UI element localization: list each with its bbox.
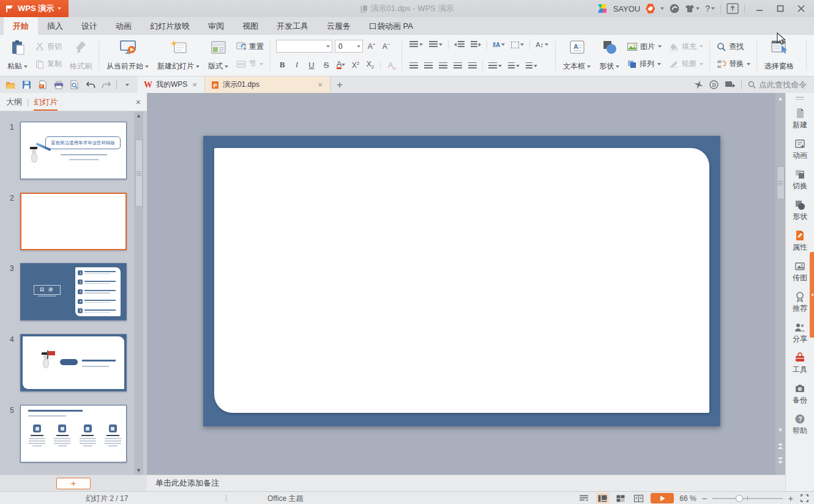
redo-button[interactable] — [100, 79, 112, 91]
doc-tab-home[interactable]: W 我的WPS × — [138, 76, 205, 93]
columns-button[interactable] — [509, 40, 526, 50]
d-circle-icon[interactable]: D — [709, 80, 719, 89]
bullet-list-button[interactable] — [408, 40, 425, 50]
ribbon-tab-design[interactable]: 设计 — [72, 17, 106, 35]
thumbnails-scrollbar[interactable]: ▲ ▼ — [134, 111, 143, 475]
slides-tab[interactable]: 幻灯片 — [34, 97, 58, 111]
doc-tab-file[interactable]: P 演示01.dps × — [205, 76, 330, 93]
minimize-button[interactable] — [750, 2, 769, 15]
paragraph-space-before-button[interactable] — [506, 61, 521, 71]
sidebar-item-animation[interactable]: 动画 — [786, 138, 814, 161]
export-pdf-button[interactable]: P — [37, 79, 48, 91]
open-button[interactable] — [5, 79, 17, 91]
previous-slide-icon[interactable] — [775, 442, 785, 450]
numbered-list-button[interactable] — [427, 40, 444, 50]
app-menu-button[interactable]: WPS 演示 — [0, 0, 69, 17]
scroll-up-icon[interactable]: ▲ — [775, 94, 785, 103]
maximize-button[interactable] — [771, 2, 790, 15]
font-color-button[interactable]: A — [335, 59, 347, 71]
sidebar-handle-icon[interactable] — [796, 97, 804, 100]
sidebar-item-transition[interactable]: 切换 — [786, 169, 814, 191]
paste-button[interactable]: 粘贴 — [3, 35, 32, 76]
increase-indent-button[interactable] — [469, 40, 483, 50]
replace-button[interactable]: abac 替换 — [713, 57, 754, 70]
slide-content-area[interactable] — [214, 148, 709, 413]
ribbon-tab-review[interactable]: 审阅 — [199, 17, 233, 35]
slide-thumbnail-4[interactable]: 4 — [0, 334, 147, 391]
zoom-slider[interactable] — [712, 493, 783, 503]
ribbon-tab-view[interactable]: 视图 — [233, 17, 267, 35]
textbox-button[interactable]: A 文本框 — [559, 35, 595, 76]
sphere-icon[interactable] — [670, 4, 679, 13]
selection-pane-button[interactable]: 选择窗格 — [760, 35, 798, 76]
fill-button[interactable]: 填充 — [665, 40, 707, 53]
align-left-button[interactable] — [408, 61, 420, 71]
find-button[interactable]: 查找 — [713, 40, 754, 53]
sidebar-item-backup[interactable]: 备份 — [786, 383, 814, 406]
add-slide-button[interactable]: + — [56, 478, 91, 489]
undo-button[interactable] — [84, 79, 96, 91]
normal-view-button[interactable] — [596, 493, 609, 503]
close-button[interactable] — [792, 2, 810, 15]
shrink-font-button[interactable]: A− — [380, 40, 392, 53]
slide-thumbnail-1[interactable]: 1 蓝色简洁通用学术毕业答辩模板 — [0, 122, 147, 179]
paragraph-space-after-button[interactable] — [524, 61, 539, 71]
fit-slide-button[interactable] — [799, 493, 810, 503]
assistant-star-icon[interactable] — [694, 80, 703, 89]
align-right-button[interactable] — [437, 61, 449, 71]
qat-customize-button[interactable] — [121, 79, 133, 91]
upload-icon[interactable] — [726, 3, 739, 14]
shapes-button[interactable]: 形状 — [595, 35, 624, 76]
play-slideshow-button[interactable] — [651, 493, 674, 503]
import-arrow-icon[interactable] — [725, 81, 735, 89]
help-menu-button[interactable]: ? — [705, 4, 715, 13]
current-slide[interactable] — [203, 136, 720, 426]
sidebar-item-shapes[interactable]: 形状 — [786, 199, 814, 222]
user-name[interactable]: SAYOU — [613, 4, 641, 13]
slide-3-preview[interactable]: 目 录 1 2 3 4 5 — [20, 263, 127, 321]
slide-sorter-button[interactable] — [614, 493, 627, 503]
slide-thumbnail-5[interactable]: 5 — [0, 405, 147, 462]
reset-button[interactable]: 重置 — [233, 40, 267, 53]
scrollbar-thumb[interactable] — [777, 166, 785, 199]
sidebar-item-properties[interactable]: 属性 — [786, 230, 814, 253]
print-button[interactable] — [53, 79, 64, 91]
ribbon-tab-animation[interactable]: 动画 — [106, 17, 141, 35]
grow-font-button[interactable]: A+ — [365, 40, 378, 53]
slide-thumbnail-3[interactable]: 3 目 录 1 2 3 4 5 — [0, 263, 147, 321]
character-spacing-button[interactable]: A↕ — [534, 40, 550, 50]
scroll-up-icon[interactable]: ▲ — [134, 111, 143, 120]
slide-5-preview[interactable] — [20, 405, 127, 462]
find-command-box[interactable]: 点此查找命令 — [748, 80, 807, 91]
distribute-button[interactable] — [466, 61, 479, 71]
ribbon-tab-insert[interactable]: 插入 — [38, 17, 72, 35]
ribbon-tab-cloud[interactable]: 云服务 — [318, 17, 360, 35]
bold-button[interactable]: B — [276, 59, 288, 71]
sidebar-item-help[interactable]: ? 帮助 — [786, 413, 814, 436]
zoom-slider-handle[interactable] — [736, 495, 743, 502]
member-level-badge-icon[interactable] — [646, 4, 655, 13]
canvas-scrollbar[interactable]: ▲ ▼ — [775, 93, 785, 491]
underline-button[interactable]: U — [305, 59, 318, 71]
cut-button[interactable]: 剪切 — [32, 40, 65, 53]
font-name-combo[interactable] — [276, 40, 332, 53]
next-slide-icon[interactable] — [775, 456, 785, 465]
text-direction-button[interactable]: ‖A — [491, 40, 507, 50]
copy-button[interactable]: 复制 — [32, 57, 65, 70]
sidebar-item-new[interactable]: 新建 — [786, 108, 814, 130]
scrollbar-thumb[interactable] — [135, 139, 143, 207]
slide-2-preview-selected[interactable] — [20, 193, 127, 250]
subscript-button[interactable]: X2 — [364, 59, 376, 71]
notes-bar[interactable]: 单击此处添加备注 — [147, 475, 775, 491]
justify-button[interactable] — [452, 61, 464, 71]
save-button[interactable] — [21, 79, 32, 91]
ribbon-tab-devtools[interactable]: 开发工具 — [267, 17, 318, 35]
notes-toggle-button[interactable] — [577, 493, 591, 503]
superscript-button[interactable]: X2 — [349, 59, 362, 71]
zoom-out-button[interactable]: − — [702, 494, 707, 503]
close-tab-icon[interactable]: × — [191, 80, 198, 89]
scroll-down-icon[interactable]: ▼ — [775, 426, 785, 434]
outline-tab[interactable]: 大纲 — [6, 97, 22, 108]
align-center-button[interactable] — [422, 61, 435, 71]
play-from-current-button[interactable]: 从当前开始 — [102, 35, 153, 76]
